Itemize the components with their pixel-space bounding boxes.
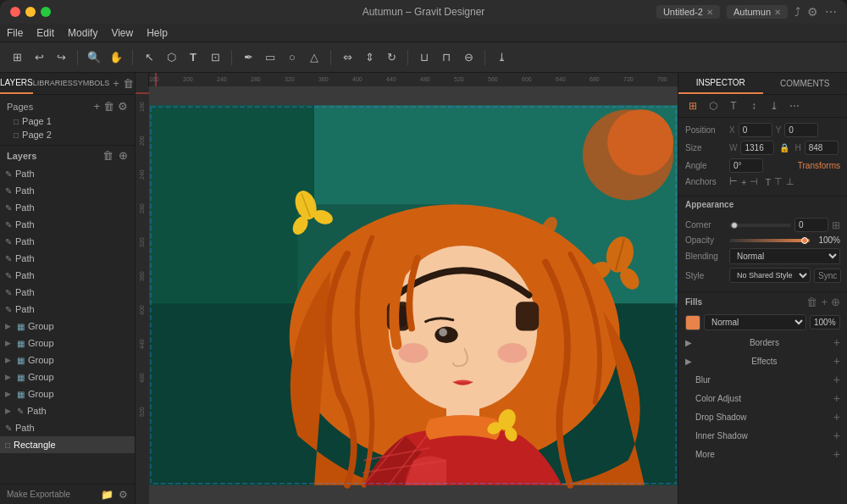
layer-rect-1[interactable]: □ Rectangle bbox=[0, 436, 135, 453]
pen-button[interactable]: ✒ bbox=[238, 47, 258, 68]
expand-icon-4[interactable]: ▶ bbox=[5, 373, 14, 381]
undo-button[interactable]: ↩ bbox=[29, 47, 49, 68]
maximize-button[interactable] bbox=[41, 7, 51, 17]
inspector-arrange-icon[interactable]: ↕ bbox=[746, 98, 761, 114]
hand-button[interactable]: ✋ bbox=[106, 47, 126, 68]
blur-row[interactable]: Blur + bbox=[678, 370, 847, 389]
layer-group-1[interactable]: ▶ ▦ Group bbox=[0, 318, 135, 335]
borders-expand-icon[interactable]: ▶ bbox=[685, 338, 692, 347]
close-icon[interactable]: ✕ bbox=[706, 8, 713, 17]
inspector-export-icon[interactable]: ⤓ bbox=[767, 98, 782, 114]
triangle-button[interactable]: △ bbox=[304, 47, 324, 68]
y-input[interactable] bbox=[784, 123, 818, 137]
tab-autumun[interactable]: Autumun ✕ bbox=[727, 5, 788, 19]
effects-row[interactable]: ▶ Effects + bbox=[678, 352, 847, 370]
fills-delete-icon[interactable]: 🗑 bbox=[806, 296, 817, 308]
more-row[interactable]: More + bbox=[678, 445, 847, 463]
close-button[interactable] bbox=[10, 7, 20, 17]
page-item-2[interactable]: □ Page 2 bbox=[0, 128, 135, 141]
tab-comments[interactable]: COMMENTS bbox=[763, 73, 848, 94]
more-icon[interactable]: ⋯ bbox=[825, 5, 837, 19]
delete-page-icon[interactable]: 🗑 bbox=[103, 100, 114, 113]
fill-opacity-input[interactable] bbox=[810, 315, 840, 330]
drop-shadow-row[interactable]: Drop Shadow + bbox=[678, 407, 847, 426]
expand-icon-10[interactable]: ▶ bbox=[5, 407, 14, 415]
inner-shadow-row[interactable]: Inner Shadow + bbox=[678, 426, 847, 445]
fills-add-icon[interactable]: + bbox=[821, 296, 828, 308]
flip-v-button[interactable]: ⇕ bbox=[359, 47, 379, 68]
add-page-icon[interactable]: + bbox=[93, 100, 100, 113]
layer-path-8[interactable]: ✎ Path bbox=[0, 284, 135, 301]
canvas-area[interactable]: 160 200 240 280 320 360 400 440 480 520 … bbox=[136, 73, 678, 504]
delete-selected-icon[interactable]: 🗑 bbox=[102, 149, 113, 162]
rect-button[interactable]: ▭ bbox=[260, 47, 280, 68]
corner-more-icon[interactable]: ⊞ bbox=[832, 219, 840, 231]
color-adjust-row[interactable]: Color Adjust + bbox=[678, 389, 847, 407]
layer-path-10[interactable]: ▶ ✎ Path bbox=[0, 402, 135, 419]
fills-section-header[interactable]: Fills 🗑 + ⊕ bbox=[678, 292, 847, 312]
inspector-align-icon[interactable]: ⊞ bbox=[685, 98, 700, 114]
canvas-content[interactable] bbox=[149, 86, 678, 504]
tab-inspector[interactable]: INSPECTOR bbox=[678, 73, 763, 94]
drop-shadow-add-icon[interactable]: + bbox=[833, 410, 840, 424]
tab-untitled[interactable]: Untitled-2 ✕ bbox=[656, 5, 720, 19]
new-file-button[interactable]: ⊞ bbox=[7, 47, 27, 68]
add-layer-icon[interactable]: + bbox=[113, 77, 119, 90]
layer-path-5[interactable]: ✎ Path bbox=[0, 233, 135, 250]
borders-row[interactable]: ▶ Borders + bbox=[678, 333, 847, 352]
h-input[interactable] bbox=[805, 141, 839, 155]
expand-icon-2[interactable]: ▶ bbox=[5, 339, 14, 347]
intersect-button[interactable]: ⊓ bbox=[436, 47, 457, 68]
style-select[interactable]: No Shared Style bbox=[729, 268, 811, 283]
image-button[interactable]: ⊡ bbox=[205, 47, 225, 68]
borders-add-icon[interactable]: + bbox=[833, 335, 840, 349]
corner-input[interactable] bbox=[794, 218, 828, 232]
node-button[interactable]: ⬡ bbox=[161, 47, 181, 68]
layer-path-4[interactable]: ✎ Path bbox=[0, 216, 135, 233]
inspector-text-icon[interactable]: T bbox=[726, 98, 741, 114]
more-add-icon[interactable]: + bbox=[833, 447, 840, 461]
minimize-button[interactable] bbox=[25, 7, 36, 17]
zoom-button[interactable]: 🔍 bbox=[84, 47, 104, 68]
export-folder-icon[interactable]: 📁 bbox=[101, 489, 113, 501]
tab-libraries[interactable]: LIBRARIES bbox=[33, 73, 73, 94]
flip-h-button[interactable]: ⇔ bbox=[337, 47, 357, 68]
color-adjust-add-icon[interactable]: + bbox=[833, 391, 840, 405]
layer-path-3[interactable]: ✎ Path bbox=[0, 199, 135, 216]
fill-color-swatch[interactable] bbox=[685, 315, 700, 330]
opacity-slider[interactable] bbox=[729, 239, 810, 242]
menu-help[interactable]: Help bbox=[147, 27, 168, 39]
w-input[interactable] bbox=[740, 141, 774, 155]
blur-add-icon[interactable]: + bbox=[833, 373, 840, 386]
tab-symbols[interactable]: SYMBOLS bbox=[73, 73, 110, 94]
x-input[interactable] bbox=[739, 123, 772, 137]
corner-slider[interactable] bbox=[729, 224, 791, 227]
text-button[interactable]: T bbox=[183, 47, 203, 68]
ellipse-button[interactable]: ○ bbox=[282, 47, 302, 68]
tab-layers[interactable]: LAYERS bbox=[0, 73, 33, 94]
union-button[interactable]: ⊔ bbox=[414, 47, 435, 68]
layer-path-9[interactable]: ✎ Path bbox=[0, 301, 135, 318]
layer-path-2[interactable]: ✎ Path bbox=[0, 182, 135, 199]
fill-blend-select[interactable]: Normal bbox=[704, 314, 806, 330]
menu-edit[interactable]: Edit bbox=[36, 27, 54, 39]
appearance-section-header[interactable]: Appearance bbox=[678, 197, 847, 213]
sync-button[interactable]: Sync bbox=[814, 269, 841, 283]
layer-path-7[interactable]: ✎ Path bbox=[0, 267, 135, 284]
export-button[interactable]: ⤓ bbox=[491, 47, 512, 68]
redo-button[interactable]: ↪ bbox=[51, 47, 71, 68]
inner-shadow-add-icon[interactable]: + bbox=[833, 429, 840, 442]
inspector-more-icon[interactable]: ⋯ bbox=[787, 98, 802, 114]
select-button[interactable]: ↖ bbox=[139, 47, 159, 68]
fills-more-icon[interactable]: ⊕ bbox=[831, 296, 840, 308]
menu-modify[interactable]: Modify bbox=[68, 27, 97, 39]
anchor-v[interactable]: ⊥ bbox=[786, 176, 794, 187]
rotate-button[interactable]: ↻ bbox=[381, 47, 401, 68]
layer-path-1[interactable]: ✎ Path bbox=[0, 165, 135, 182]
delete-layer-icon[interactable]: 🗑 bbox=[123, 77, 134, 90]
effects-add-icon[interactable]: + bbox=[833, 354, 840, 368]
anchor-tr[interactable]: ⊣ bbox=[750, 176, 758, 187]
blending-select[interactable]: Normal Multiply Screen Overlay bbox=[729, 248, 840, 264]
layer-group-2[interactable]: ▶ ▦ Group bbox=[0, 335, 135, 352]
expand-icon-3[interactable]: ▶ bbox=[5, 356, 14, 364]
